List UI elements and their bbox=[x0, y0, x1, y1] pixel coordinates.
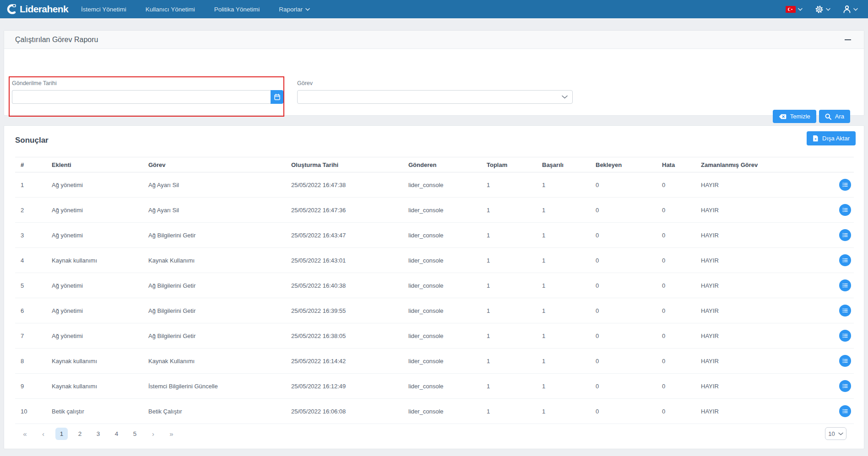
menu-item-reports[interactable]: Raporlar bbox=[279, 6, 310, 13]
cell-scheduled: HAYIR bbox=[695, 248, 826, 273]
cell-task: Ağ Bilgilerini Getir bbox=[143, 223, 286, 248]
minus-icon bbox=[845, 39, 851, 40]
cell-waiting: 0 bbox=[590, 172, 656, 198]
list-icon bbox=[842, 383, 848, 389]
previous-page-button[interactable]: ‹ bbox=[37, 428, 49, 440]
cell-waiting: 0 bbox=[590, 399, 656, 424]
row-detail-button[interactable] bbox=[839, 305, 851, 317]
cell-plugin: Ağ yönetimi bbox=[46, 198, 143, 223]
cell-actions bbox=[826, 323, 854, 349]
cell-total: 1 bbox=[481, 349, 537, 374]
cell-total: 1 bbox=[481, 198, 537, 223]
column-plugin: Eklenti bbox=[46, 157, 143, 172]
search-button[interactable]: Ara bbox=[819, 110, 850, 123]
cell-index: 3 bbox=[15, 223, 46, 248]
column-task: Görev bbox=[143, 157, 286, 172]
next-page-button[interactable]: › bbox=[147, 428, 159, 440]
row-detail-button[interactable] bbox=[839, 229, 851, 241]
cell-actions bbox=[826, 172, 854, 198]
table-row: 3 Ağ yönetimi Ağ Bilgilerini Getir 25/05… bbox=[15, 223, 854, 248]
user-menu[interactable] bbox=[843, 5, 858, 13]
chevron-down-icon bbox=[305, 8, 310, 11]
cell-success: 1 bbox=[537, 349, 590, 374]
sent-date-input[interactable] bbox=[12, 90, 271, 104]
row-detail-button[interactable] bbox=[839, 254, 851, 266]
first-page-button[interactable]: « bbox=[19, 428, 31, 440]
brand-name: Liderahenk bbox=[20, 4, 68, 15]
menu-item-user-management[interactable]: Kullanıcı Yönetimi bbox=[146, 6, 195, 13]
page-button-2[interactable]: 2 bbox=[74, 428, 86, 440]
cell-sender: lider_console bbox=[403, 273, 481, 298]
row-detail-button[interactable] bbox=[839, 355, 851, 367]
row-detail-button[interactable] bbox=[839, 279, 851, 291]
page-button-3[interactable]: 3 bbox=[92, 428, 104, 440]
page-button-4[interactable]: 4 bbox=[110, 428, 123, 440]
cell-sender: lider_console bbox=[403, 198, 481, 223]
cell-success: 1 bbox=[537, 298, 590, 323]
cell-waiting: 0 bbox=[590, 374, 656, 399]
page-size-select[interactable]: 10 bbox=[825, 427, 846, 440]
list-icon bbox=[842, 283, 848, 288]
row-detail-button[interactable] bbox=[839, 380, 851, 392]
cell-create-date: 25/05/2022 16:14:42 bbox=[286, 349, 403, 374]
settings-menu[interactable] bbox=[815, 5, 830, 14]
list-icon bbox=[842, 408, 848, 414]
row-detail-button[interactable] bbox=[839, 204, 851, 216]
cell-index: 2 bbox=[15, 198, 46, 223]
menu-item-policy-management[interactable]: Politika Yönetimi bbox=[214, 6, 260, 13]
menu-item-client-management[interactable]: İstemci Yönetimi bbox=[81, 6, 126, 13]
cell-waiting: 0 bbox=[590, 248, 656, 273]
clear-button[interactable]: Temizle bbox=[773, 110, 816, 123]
cell-waiting: 0 bbox=[590, 323, 656, 349]
language-selector[interactable] bbox=[786, 6, 803, 13]
row-detail-button[interactable] bbox=[839, 330, 851, 342]
page-title: Çalıştırılan Görev Raporu bbox=[15, 36, 98, 44]
cell-index: 5 bbox=[15, 273, 46, 298]
cell-create-date: 25/05/2022 16:43:47 bbox=[286, 223, 403, 248]
cell-success: 1 bbox=[537, 198, 590, 223]
filter-card-body: Gönderilme Tarihi Görev bbox=[4, 49, 864, 115]
calendar-button[interactable] bbox=[271, 90, 283, 104]
report-filter-card: Çalıştırılan Görev Raporu Gönderilme Tar… bbox=[4, 30, 864, 116]
chevron-down-icon bbox=[838, 432, 843, 435]
cell-create-date: 25/05/2022 16:43:01 bbox=[286, 248, 403, 273]
list-icon bbox=[842, 308, 848, 313]
cell-scheduled: HAYIR bbox=[695, 223, 826, 248]
cell-actions bbox=[826, 273, 854, 298]
brand-logo[interactable]: Liderahenk bbox=[0, 4, 68, 15]
cell-waiting: 0 bbox=[590, 223, 656, 248]
cell-index: 9 bbox=[15, 374, 46, 399]
search-icon bbox=[825, 113, 831, 120]
cell-success: 1 bbox=[537, 273, 590, 298]
gear-icon bbox=[815, 5, 824, 14]
cell-scheduled: HAYIR bbox=[695, 172, 826, 198]
table-row: 5 Ağ yönetimi Ağ Bilgilerini Getir 25/05… bbox=[15, 273, 854, 298]
task-select[interactable] bbox=[297, 90, 573, 104]
cell-actions bbox=[826, 399, 854, 424]
row-detail-button[interactable] bbox=[839, 179, 851, 191]
row-detail-button[interactable] bbox=[839, 405, 851, 417]
column-sender: Gönderen bbox=[403, 157, 481, 172]
page-button-1[interactable]: 1 bbox=[55, 428, 68, 440]
export-button[interactable]: x Dışa Aktar bbox=[807, 131, 856, 145]
last-page-button[interactable]: » bbox=[165, 428, 178, 440]
cell-total: 1 bbox=[481, 248, 537, 273]
collapse-button[interactable] bbox=[843, 38, 853, 42]
cell-sender: lider_console bbox=[403, 399, 481, 424]
cell-total: 1 bbox=[481, 323, 537, 349]
table-row: 10 Betik çalıştır Betik Çalıştır 25/05/2… bbox=[15, 399, 854, 424]
cell-task: Kaynak Kullanımı bbox=[143, 248, 286, 273]
sent-date-label: Gönderilme Tarihi bbox=[12, 80, 283, 86]
cell-sender: lider_console bbox=[403, 172, 481, 198]
cell-create-date: 25/05/2022 16:12:49 bbox=[286, 374, 403, 399]
cell-success: 1 bbox=[537, 374, 590, 399]
column-total: Toplam bbox=[481, 157, 537, 172]
cell-scheduled: HAYIR bbox=[695, 374, 826, 399]
list-icon bbox=[842, 232, 848, 238]
cell-task: Ağ Ayarı Sil bbox=[143, 172, 286, 198]
page-button-5[interactable]: 5 bbox=[129, 428, 141, 440]
results-title: Sonuçlar bbox=[15, 126, 853, 145]
cell-index: 7 bbox=[15, 323, 46, 349]
cell-waiting: 0 bbox=[590, 273, 656, 298]
cell-scheduled: HAYIR bbox=[695, 198, 826, 223]
